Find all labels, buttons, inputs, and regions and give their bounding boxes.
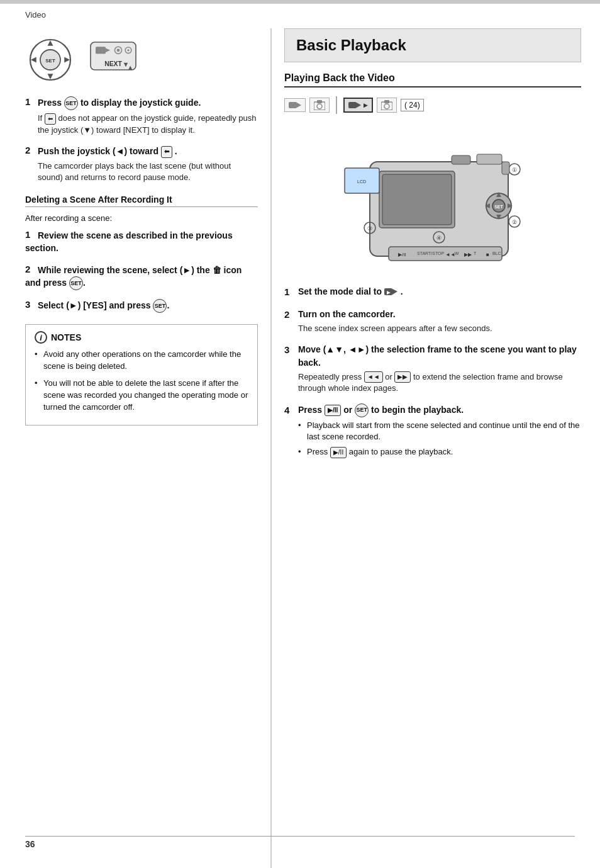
right-step-num-2: 2 bbox=[284, 308, 293, 322]
set-icon-d3: SET bbox=[153, 299, 167, 313]
mode-icon-photo bbox=[309, 98, 330, 113]
notes-circle-icon: i bbox=[35, 331, 47, 344]
play-pause-btn-inline-2: ▶/II bbox=[330, 447, 347, 458]
left-column: SET bbox=[0, 28, 270, 868]
notes-title: i NOTES bbox=[35, 331, 248, 344]
step-1-text: Press SET to display the joystick guide.… bbox=[25, 96, 258, 136]
playback-video-icon bbox=[348, 101, 361, 110]
left-step-1: 1 Press SET to display the joystick guid… bbox=[25, 96, 258, 136]
svg-rect-32 bbox=[452, 155, 470, 164]
next-button-svg: NEXT bbox=[88, 38, 138, 82]
step-num-2: 2 bbox=[25, 145, 34, 155]
right-step-3: 3 Move (▲▼, ◄►) the selection frame to t… bbox=[284, 343, 581, 394]
svg-text:②: ② bbox=[512, 219, 517, 225]
delete-step-3-text: Select (►) [YES] and press SET. bbox=[25, 299, 258, 313]
svg-rect-33 bbox=[477, 154, 502, 164]
svg-marker-23 bbox=[357, 103, 361, 108]
delete-step-2: 2 While reviewing the scene, select (►) … bbox=[25, 264, 258, 291]
svg-text:▶/II: ▶/II bbox=[398, 252, 406, 257]
svg-rect-58 bbox=[502, 162, 509, 174]
bullet-1: Playback will start from the scene selec… bbox=[298, 420, 581, 442]
set-icon-r4: SET bbox=[355, 403, 369, 417]
svg-text:NEXT: NEXT bbox=[104, 60, 122, 67]
note-item-2: You will not be able to delete the last … bbox=[35, 378, 248, 414]
step-num-1: 1 bbox=[25, 96, 34, 107]
svg-rect-26 bbox=[384, 100, 389, 103]
rewind-btn-inline: ◄◄ bbox=[364, 371, 383, 383]
page-number: 36 bbox=[25, 839, 35, 849]
page: Video SET bbox=[0, 0, 600, 868]
page-header: Video bbox=[0, 4, 600, 22]
mode-icon-video bbox=[284, 98, 306, 112]
right-step-1-text: Set the mode dial to ▶ . bbox=[284, 285, 581, 298]
svg-text:■: ■ bbox=[486, 252, 489, 257]
ff-btn-inline: ▶▶ bbox=[394, 371, 411, 383]
after-subheading-text: After recording a scene: bbox=[25, 213, 258, 223]
svg-rect-29 bbox=[382, 174, 452, 225]
playback-mode-inline-icon: ▶ bbox=[384, 287, 398, 297]
delete-step-1: 1 Review the scene as described in the p… bbox=[25, 229, 258, 255]
right-step-num-1: 1 bbox=[284, 285, 293, 299]
right-step-num-4: 4 bbox=[284, 403, 293, 417]
svg-marker-3 bbox=[48, 40, 53, 46]
right-step-3-sub: Repeatedly press ◄◄ or ▶▶ to extend the … bbox=[298, 371, 581, 395]
right-step-2: 2 Turn on the camcorder. The scene index… bbox=[284, 308, 581, 334]
left-step-2: 2 Push the joystick (◄) toward ⬅ . The c… bbox=[25, 145, 258, 183]
svg-text:SET: SET bbox=[45, 58, 55, 64]
svg-text:T: T bbox=[474, 251, 477, 256]
bottom-rule bbox=[25, 836, 575, 837]
delete-step-1-text: Review the scene as described in the pre… bbox=[25, 229, 258, 255]
mode-ref: ( 24) bbox=[401, 99, 424, 111]
right-step-2-sub: The scene index screen appears after a f… bbox=[298, 323, 581, 334]
mode-divider bbox=[336, 96, 337, 114]
step-2-sub: The camcorder plays back the last scene … bbox=[38, 161, 258, 183]
step-1-sub: If ⬅ does not appear on the joystick gui… bbox=[38, 113, 258, 136]
review-icon-inline: ⬅ bbox=[45, 113, 56, 125]
svg-marker-60 bbox=[392, 289, 397, 295]
svg-rect-22 bbox=[348, 102, 357, 108]
camera-diagram: LCD SET ① ② ③ ④ bbox=[332, 124, 533, 275]
svg-marker-6 bbox=[64, 57, 70, 63]
video-mode-icon bbox=[289, 101, 301, 110]
section-label: Video bbox=[25, 10, 46, 20]
svg-text:W: W bbox=[455, 251, 459, 256]
notes-box: i NOTES Avoid any other operations on th… bbox=[25, 324, 258, 425]
notes-list: Avoid any other operations on the camcor… bbox=[35, 349, 248, 413]
svg-text:START/STOP: START/STOP bbox=[417, 251, 445, 256]
right-step-4-bullets: Playback will start from the scene selec… bbox=[298, 420, 581, 458]
mode-icon-playback-video: ▶ bbox=[343, 98, 373, 113]
joystick-area: SET bbox=[25, 35, 258, 85]
svg-marker-18 bbox=[297, 103, 301, 108]
svg-rect-21 bbox=[317, 100, 322, 103]
review-mode-icon: ⬅ bbox=[161, 146, 172, 158]
delete-subheading: Deleting a Scene After Recording It bbox=[25, 194, 258, 207]
svg-point-13 bbox=[127, 49, 129, 51]
playback-photo-icon bbox=[381, 100, 392, 110]
svg-marker-4 bbox=[48, 74, 53, 79]
note-item-1: Avoid any other operations on the camcor… bbox=[35, 349, 248, 373]
delete-step-num-1: 1 bbox=[25, 229, 34, 240]
svg-text:④: ④ bbox=[436, 235, 442, 241]
delete-step-num-3: 3 bbox=[25, 299, 34, 310]
play-pause-btn-inline: ▶/II bbox=[325, 405, 341, 417]
right-step-1: 1 Set the mode dial to ▶ . bbox=[284, 285, 581, 299]
svg-point-11 bbox=[117, 48, 120, 52]
right-step-4-text: Press ▶/II or SET to begin the playback.… bbox=[284, 403, 581, 458]
delete-step-num-2: 2 bbox=[25, 264, 34, 274]
right-step-2-text: Turn on the camcorder. The scene index s… bbox=[284, 308, 581, 334]
photo-mode-icon bbox=[314, 100, 325, 110]
svg-text:BLC: BLC bbox=[492, 251, 501, 256]
step-2-text: Push the joystick (◄) toward ⬅ . The cam… bbox=[25, 145, 258, 183]
bullet-2: Press ▶/II again to pause the playback. bbox=[298, 446, 581, 458]
set-btn-inline: SET bbox=[64, 96, 78, 110]
svg-text:①: ① bbox=[512, 167, 517, 173]
svg-point-25 bbox=[384, 104, 389, 109]
joystick-svg: SET bbox=[25, 35, 75, 85]
right-column: Basic Playback Playing Back the Video bbox=[270, 28, 600, 868]
svg-text:▶▶: ▶▶ bbox=[464, 252, 472, 257]
svg-text:◄◄: ◄◄ bbox=[445, 252, 455, 257]
subsection-title: Playing Back the Video bbox=[284, 72, 581, 87]
delete-step-2-text: While reviewing the scene, select (►) th… bbox=[25, 264, 258, 291]
svg-text:SET: SET bbox=[494, 205, 503, 209]
svg-point-20 bbox=[317, 104, 322, 109]
